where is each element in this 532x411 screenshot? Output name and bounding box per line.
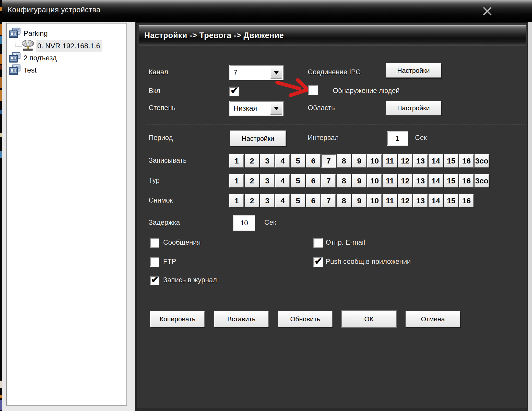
period-settings-button[interactable]: Настройки [230,131,286,146]
channel-button-13[interactable]: 13 [413,154,428,168]
channel-button-7[interactable]: 7 [321,174,336,187]
channel-button-14[interactable]: 14 [429,194,443,207]
human-detection-checkbox[interactable] [308,85,318,95]
channel-button-3[interactable]: 3 [260,194,275,207]
channel-button-11[interactable]: 11 [383,154,397,168]
log-checkbox[interactable] [150,276,159,285]
channel-button-3co[interactable]: 3co [475,154,489,168]
close-icon [482,6,493,17]
channel-button-14[interactable]: 14 [429,174,443,187]
channel-button-12[interactable]: 12 [398,154,412,168]
channel-button-5[interactable]: 5 [291,154,305,168]
channel-button-10[interactable]: 10 [367,194,382,207]
breadcrumb: Настройки -> Тревога -> Движение [139,25,526,46]
channel-button-3[interactable]: 3 [260,174,275,187]
channel-button-12[interactable]: 12 [398,194,412,207]
channel-button-5[interactable]: 5 [291,194,305,207]
channel-button-6[interactable]: 6 [306,154,321,168]
log-label: Запись в журнал [163,276,217,284]
background-fragment [0,133,2,137]
channel-button-1[interactable]: 1 [229,154,244,168]
snapshot-channel-row: 12345678910111213141516 [229,194,474,207]
channel-button-8[interactable]: 8 [337,194,351,207]
channel-button-5[interactable]: 5 [291,174,305,187]
tree-item-label: 2 подъезд [23,54,57,62]
channel-button-11[interactable]: 11 [383,194,397,207]
delay-input[interactable]: 10 [233,215,255,231]
channel-button-8[interactable]: 8 [337,174,351,187]
chevron-down-icon[interactable] [270,102,282,115]
enable-checkbox[interactable] [229,87,239,96]
channel-button-10[interactable]: 10 [367,154,382,168]
channel-button-1[interactable]: 1 [229,194,244,207]
channel-button-10[interactable]: 10 [367,174,382,187]
channel-button-15[interactable]: 15 [444,174,458,187]
device-config-window: Конфигурация устройства [0,0,532,411]
channel-button-4[interactable]: 4 [275,154,290,168]
channel-button-13[interactable]: 13 [413,174,428,187]
background-fragment [0,90,2,101]
channel-button-12[interactable]: 12 [398,174,412,187]
email-checkbox[interactable] [313,238,323,248]
interval-unit-label: Сек [415,134,427,142]
messages-checkbox[interactable] [150,238,159,248]
channel-select[interactable]: 7 [229,65,283,80]
chevron-down-icon[interactable] [270,66,282,79]
channel-button-2[interactable]: 2 [245,154,259,168]
channel-button-15[interactable]: 15 [444,154,458,168]
ipc-settings-button[interactable]: Настройки [386,63,441,78]
channel-button-16[interactable]: 16 [459,174,474,187]
tree-item-2podezd[interactable]: 2 подъезд [9,52,57,64]
channel-button-4[interactable]: 4 [275,194,290,207]
channel-button-3[interactable]: 3 [260,154,275,168]
channel-button-16[interactable]: 16 [459,194,474,207]
channel-button-13[interactable]: 13 [413,194,428,207]
channel-button-14[interactable]: 14 [429,154,443,168]
tree-item-nvr[interactable]: 0. NVR 192.168.1.6 [21,39,100,53]
interval-label: Интервал [308,134,339,142]
device-tree: Parking 0. NVR 192.168.1.6 [6,23,127,406]
channel-button-6[interactable]: 6 [306,194,321,207]
channel-button-2[interactable]: 2 [245,174,259,187]
ftp-checkbox[interactable] [150,257,159,267]
level-select[interactable]: Низкая [229,101,283,116]
channel-button-9[interactable]: 9 [352,194,367,207]
background-fragment [0,77,2,88]
background-fragment [0,381,2,388]
close-button[interactable] [480,4,494,18]
human-detection-label: Обнаружение людей [333,87,400,95]
tree-item-test[interactable]: Test [9,64,37,76]
tree-item-parking[interactable]: Parking [9,28,48,39]
device-group-icon [9,64,21,76]
background-fragment [0,65,2,69]
channel-button-6[interactable]: 6 [306,174,321,187]
channel-button-9[interactable]: 9 [352,174,367,187]
channel-button-9[interactable]: 9 [352,154,367,168]
cancel-button[interactable]: Отмена [406,311,460,327]
interval-input[interactable]: 1 [387,131,408,146]
refresh-button[interactable]: Обновить [278,311,333,327]
channel-button-11[interactable]: 11 [383,174,397,187]
period-label: Период [149,134,173,142]
channel-button-2[interactable]: 2 [245,194,259,207]
channel-button-1[interactable]: 1 [229,174,244,187]
paste-button[interactable]: Вставить [214,311,269,327]
channel-button-3co[interactable]: 3co [475,174,489,187]
ok-button[interactable]: OK [342,311,396,327]
background-fragment [0,24,2,35]
channel-button-7[interactable]: 7 [321,154,336,168]
copy-button[interactable]: Копировать [150,311,205,327]
record-label: Записывать [149,157,187,165]
channel-button-15[interactable]: 15 [444,194,458,207]
channel-button-8[interactable]: 8 [337,154,351,168]
tour-label: Тур [149,177,160,184]
tree-item-label: Test [23,66,37,74]
channel-button-4[interactable]: 4 [275,174,290,187]
channel-button-16[interactable]: 16 [459,154,474,168]
enable-label: Вкл [149,87,160,95]
window-titlebar[interactable]: Конфигурация устройства [2,0,532,22]
channel-button-7[interactable]: 7 [321,194,336,207]
push-checkbox[interactable] [313,257,323,267]
region-settings-button[interactable]: Настройки [386,101,441,115]
dialog-frame-right [528,22,532,411]
